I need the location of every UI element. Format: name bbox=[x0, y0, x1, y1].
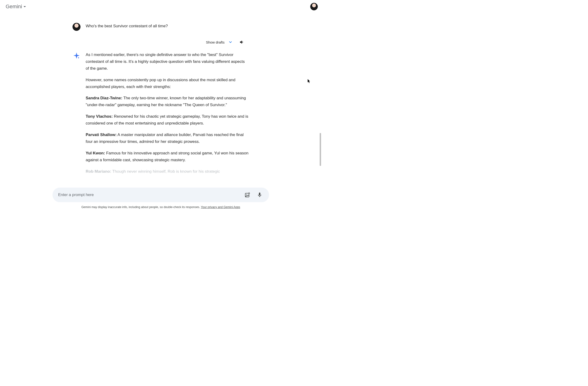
ai-response: As I mentioned earlier, there's no singl… bbox=[72, 52, 249, 180]
prompt-input[interactable] bbox=[58, 193, 242, 197]
disclaimer: Gemini may display inaccurate info, incl… bbox=[52, 205, 269, 209]
player-item: Parvati Shallow: A master manipulator an… bbox=[86, 132, 249, 145]
player-item: Rob Mariano: Though never winning himsel… bbox=[86, 168, 249, 175]
user-prompt-text: Who's the best Survivor contestant of al… bbox=[86, 22, 168, 28]
model-name: Gemini bbox=[6, 3, 22, 10]
conversation-area: Who's the best Survivor contestant of al… bbox=[68, 13, 254, 181]
player-name: Tony Vlachos: bbox=[86, 114, 113, 119]
disclaimer-text: Gemini may display inaccurate info, incl… bbox=[82, 205, 201, 209]
user-avatar bbox=[72, 23, 81, 31]
caret-down-icon bbox=[23, 6, 26, 7]
response-body: As I mentioned earlier, there's no singl… bbox=[86, 52, 249, 180]
player-desc: Though never winning himself, Rob is kno… bbox=[111, 169, 220, 174]
player-name: Rob Mariano: bbox=[86, 169, 111, 174]
svg-point-1 bbox=[246, 194, 247, 195]
privacy-link[interactable]: Your privacy and Gemini Apps bbox=[201, 205, 240, 209]
response-paragraph: However, some names consistently pop up … bbox=[86, 77, 249, 90]
header: Gemini bbox=[0, 0, 321, 13]
player-item: Yul Kwon: Famous for his innovative appr… bbox=[86, 150, 249, 163]
prompt-input-container bbox=[52, 188, 269, 202]
profile-avatar[interactable] bbox=[310, 3, 318, 10]
voice-input-button[interactable] bbox=[254, 190, 265, 200]
show-drafts-button[interactable]: Show drafts bbox=[206, 40, 232, 44]
show-drafts-label: Show drafts bbox=[206, 40, 225, 44]
model-selector[interactable]: Gemini bbox=[4, 2, 28, 11]
microphone-icon bbox=[257, 192, 262, 198]
cursor-icon bbox=[308, 79, 311, 83]
avatar-image bbox=[310, 3, 318, 10]
read-aloud-button[interactable] bbox=[237, 38, 247, 47]
response-paragraph: As I mentioned earlier, there's no singl… bbox=[86, 52, 249, 72]
player-item: Sandra Diaz-Twine: The only two-time win… bbox=[86, 95, 249, 108]
user-message: Who's the best Survivor contestant of al… bbox=[72, 22, 249, 31]
player-name: Sandra Diaz-Twine: bbox=[86, 96, 122, 100]
player-item: Tony Vlachos: Renowned for his chaotic y… bbox=[86, 113, 249, 127]
gemini-star-icon bbox=[72, 52, 81, 60]
avatar-image bbox=[72, 23, 81, 31]
speaker-icon bbox=[239, 40, 245, 45]
response-controls: Show drafts bbox=[72, 38, 249, 47]
player-name: Parvati Shallow: bbox=[86, 133, 117, 137]
chevron-down-icon bbox=[228, 40, 232, 44]
upload-image-button[interactable] bbox=[242, 190, 252, 200]
player-name: Yul Kwon: bbox=[86, 151, 105, 155]
input-area: Gemini may display inaccurate info, incl… bbox=[0, 188, 321, 211]
image-add-icon bbox=[245, 192, 250, 198]
scrollbar-thumb[interactable] bbox=[320, 133, 321, 166]
player-desc: Famous for his innovative approach and s… bbox=[86, 151, 248, 162]
